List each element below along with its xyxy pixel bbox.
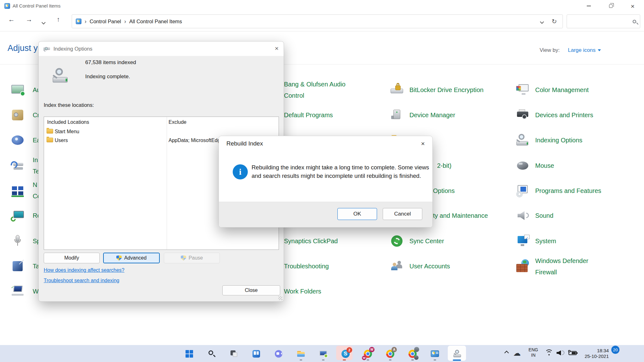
profile-photo-badge	[414, 347, 419, 352]
panel-item-device-manager[interactable]: Device Manager	[409, 111, 455, 119]
autoplay-icon	[11, 83, 25, 97]
view-by-dropdown[interactable]: Large icons	[568, 47, 601, 53]
panel-item-label[interactable]: W	[33, 287, 39, 295]
wifi-icon[interactable]	[545, 349, 553, 356]
taskbar-start-button[interactable]	[182, 347, 196, 361]
language-region: IN	[526, 353, 540, 358]
list-column-divider	[167, 117, 167, 250]
breadcrumb-current[interactable]: All Control Panel Items	[129, 19, 182, 25]
breadcrumb-control-panel[interactable]: Control Panel	[90, 19, 121, 25]
programs-features-icon	[516, 184, 530, 198]
clock[interactable]: 18:34 25-10-2021	[579, 348, 609, 359]
search-icon	[207, 349, 216, 359]
taskbar-chrome-a-button[interactable]: A	[383, 347, 397, 361]
indexing-dialog-titlebar[interactable]: Indexing Options	[39, 41, 284, 56]
panel-item-mouse[interactable]: Mouse	[535, 162, 554, 170]
column-header-exclude[interactable]: Exclude	[169, 119, 186, 125]
resize-grip[interactable]	[278, 296, 282, 300]
minimize-button[interactable]	[581, 2, 596, 10]
chrome-w-badge: W	[369, 347, 375, 352]
skype-notification-badge: 2	[347, 347, 352, 353]
storage-technology-icon	[11, 159, 25, 173]
indexing-dialog-close-icon[interactable]: ×	[275, 45, 279, 52]
ease-of-access-icon	[11, 133, 25, 147]
battery-charging-icon[interactable]	[569, 351, 577, 355]
recent-locations-dropdown[interactable]	[42, 19, 45, 25]
rebuild-index-dialog: Rebuild Index × i Rebuilding the index m…	[219, 136, 433, 228]
list-row-start-menu[interactable]: Start Menu	[55, 129, 79, 134]
close-button[interactable]: ×	[625, 2, 640, 10]
list-row-users[interactable]: Users	[55, 138, 68, 143]
running-indicator	[411, 359, 414, 360]
forward-button[interactable]: →	[26, 16, 32, 23]
close-icon: ×	[631, 3, 635, 9]
panel-item-label-fragment[interactable]: 2-bit)	[437, 162, 452, 170]
indexing-help-link[interactable]: How does indexing affect searches?	[44, 267, 125, 273]
bitlocker-icon	[390, 83, 404, 97]
onedrive-cloud-icon[interactable]: ☁	[513, 349, 521, 357]
window-title: All Control Panel Items	[13, 3, 61, 8]
panel-item-sound[interactable]: Sound	[535, 211, 553, 220]
advanced-button[interactable]: Advanced	[103, 253, 160, 263]
folder-icon	[47, 138, 53, 142]
language-indicator[interactable]: ENG IN	[526, 347, 540, 358]
panel-item-troubleshooting[interactable]: Troubleshooting	[284, 262, 329, 270]
cancel-button[interactable]: Cancel	[383, 208, 422, 220]
restore-button[interactable]	[603, 2, 618, 10]
modify-button[interactable]: Modify	[44, 253, 100, 263]
panel-item-label-fragment[interactable]: ty and Maintenance	[433, 211, 488, 220]
troubleshoot-link[interactable]: Troubleshoot search and indexing	[44, 278, 119, 283]
chevron-down-icon	[598, 49, 601, 51]
running-indicator	[434, 359, 436, 360]
color-management-icon	[516, 83, 530, 97]
panel-item-bang-olufsen[interactable]: Bang & Olufsen AudioControl	[284, 79, 346, 101]
taskbar-chat-button[interactable]	[272, 347, 286, 361]
back-button[interactable]: ←	[8, 16, 15, 23]
panel-item-programs-features[interactable]: Programs and Features	[535, 187, 601, 195]
panel-item-label-fragment[interactable]: Options	[433, 187, 455, 195]
panel-item-user-accounts[interactable]: User Accounts	[409, 262, 450, 270]
panel-item-sync-center[interactable]: Sync Center	[409, 237, 444, 245]
rebuild-message: Rebuilding the index might take a long t…	[252, 163, 429, 180]
column-header-included[interactable]: Included Locations	[47, 119, 89, 125]
chat-icon	[274, 349, 283, 359]
refresh-icon[interactable]: ↻	[552, 18, 557, 25]
uac-shield-icon	[181, 255, 186, 261]
panel-item-system[interactable]: System	[535, 237, 556, 245]
panel-item-defender-firewall[interactable]: Windows DefenderFirewall	[535, 255, 588, 278]
panel-item-work-folders[interactable]: Work Folders	[284, 287, 321, 295]
indexing-dialog-icon	[43, 47, 47, 51]
panel-item-default-programs[interactable]: Default Programs	[284, 111, 333, 119]
taskbar-skype-button[interactable]: 2	[339, 347, 353, 361]
taskbar-search-button[interactable]	[205, 347, 219, 361]
panel-item-color-management[interactable]: Color Management	[535, 86, 589, 94]
notification-count-badge[interactable]: 20	[611, 346, 619, 354]
taskbar-remote-desktop-button[interactable]	[316, 347, 330, 361]
taskbar-widgets-button[interactable]	[249, 347, 263, 361]
tray-date: 25-10-2021	[579, 354, 609, 359]
taskbar-indexing-options-button[interactable]	[450, 347, 464, 361]
rebuild-dialog-close-icon[interactable]: ×	[421, 140, 425, 147]
panel-item-indexing-options[interactable]: Indexing Options	[535, 136, 582, 144]
taskbar-chrome-profile-button[interactable]	[406, 347, 419, 361]
remote-desktop-icon	[319, 349, 328, 359]
address-dropdown-icon[interactable]	[541, 19, 543, 25]
panel-item-devices-printers[interactable]: Devices and Printers	[535, 111, 593, 119]
search-input[interactable]	[567, 14, 640, 28]
address-bar[interactable]: › Control Panel › All Control Panel Item…	[72, 14, 563, 28]
panel-item-synaptics-clickpad[interactable]: Synaptics ClickPad	[284, 237, 338, 245]
up-button[interactable]: ↑	[57, 16, 60, 23]
volume-icon[interactable]	[557, 350, 565, 356]
taskbar-chrome-w-button[interactable]: W W	[361, 347, 375, 361]
user-accounts-icon	[390, 259, 404, 273]
rebuild-dialog-title: Rebuild Index	[226, 140, 263, 147]
taskbar-file-explorer-button[interactable]	[294, 347, 308, 361]
close-dialog-button[interactable]: Close	[222, 285, 280, 295]
panel-item-bitlocker[interactable]: BitLocker Drive Encryption	[409, 86, 484, 94]
sync-center-icon	[390, 234, 404, 248]
taskbar-control-panel-button[interactable]	[428, 347, 442, 361]
chrome-w-badge-2: W	[362, 356, 366, 360]
ok-button[interactable]: OK	[337, 208, 377, 220]
taskbar-task-view-button[interactable]	[227, 347, 241, 361]
pause-button[interactable]: Pause	[164, 253, 220, 263]
